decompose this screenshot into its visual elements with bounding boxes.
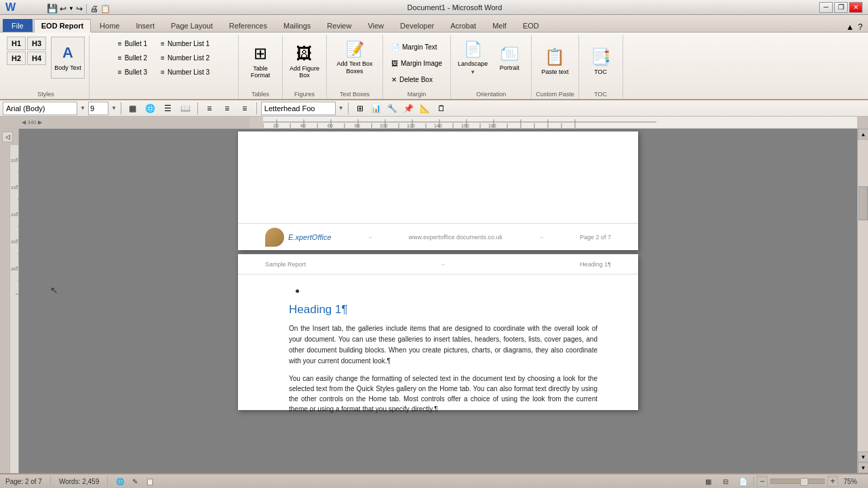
custompaste-label: Custom Paste [536, 91, 574, 98]
tab-view[interactable]: View [360, 19, 391, 32]
styles-label: Styles [37, 91, 54, 98]
tab-developer[interactable]: Developer [393, 19, 441, 32]
collapse-panel-btn[interactable]: ◁ [2, 131, 13, 142]
add-text-box-btn[interactable]: 📝 Add Text BoxBoxes [331, 37, 378, 79]
icon2[interactable]: 📊 [369, 102, 384, 115]
reading-icon[interactable]: 📖 [178, 102, 193, 115]
landscape-arrow[interactable]: ▼ [470, 69, 475, 75]
ruler-tab-marker[interactable] [250, 117, 263, 128]
bullet3-btn[interactable]: ≡ Bullet 3 [114, 65, 151, 79]
print-layout-icon[interactable]: ▦ [125, 102, 140, 115]
font-name-input[interactable] [3, 102, 77, 115]
tab-melf[interactable]: Melf [485, 19, 514, 32]
textboxes-label: Text Boxes [340, 91, 370, 98]
print-icon[interactable]: 📋 [100, 4, 111, 14]
margin-image-btn[interactable]: 🖼 Margin Image [387, 56, 446, 70]
tab-mailings[interactable]: Mailings [276, 19, 318, 32]
zoom-slider-thumb[interactable] [800, 478, 808, 486]
tab-page-layout[interactable]: Page Layout [163, 19, 220, 32]
body-text-btn[interactable]: A Body Text [51, 37, 85, 79]
toc-label: TOC [594, 68, 607, 75]
h4-style-btn[interactable]: H4 [27, 52, 46, 65]
h3-style-btn[interactable]: H3 [27, 37, 46, 50]
icon6[interactable]: 🗒 [434, 102, 449, 115]
ruler: ◀ 340 ▶ [0, 117, 868, 129]
align-right-icon[interactable]: ≡ [237, 102, 252, 115]
font-size-arrow[interactable]: ▼ [111, 105, 117, 111]
undo-dropdown-icon[interactable]: ▼ [68, 5, 74, 12]
delete-box-btn[interactable]: ✕ Delete Box [387, 72, 437, 87]
undo-icon[interactable]: ↩ [60, 4, 66, 14]
tab-home[interactable]: Home [92, 19, 127, 32]
toolbar-sep [86, 4, 87, 14]
ribbon-group-lists: ≡ Bullet 1 ≡ Bullet 2 ≡ Bullet 3 ≡ Numbe… [90, 35, 239, 99]
align-center-icon[interactable]: ≡ [220, 102, 235, 115]
icon5[interactable]: 📐 [418, 102, 433, 115]
svg-text:80: 80 [355, 123, 360, 128]
words-indicator[interactable]: Words: 2,459 [59, 478, 99, 485]
zoom-out-btn[interactable]: − [757, 476, 768, 487]
scroll-bottom-btn[interactable]: ▼ [858, 462, 868, 473]
style-arrow[interactable]: ▼ [338, 105, 344, 111]
save-icon[interactable]: 💾 [47, 3, 58, 14]
scroll-up-btn[interactable]: ▲ [858, 129, 868, 140]
vertical-ruler: 220 230 240 250 260 [9, 145, 19, 473]
restore-btn[interactable]: ❐ [834, 2, 848, 13]
page2-content[interactable]: Heading 1¶ On the Insert tab, the galler… [238, 274, 638, 428]
tab-references[interactable]: References [222, 19, 275, 32]
view-btn-3[interactable]: 📄 [736, 474, 751, 488]
ribbon-group-orientation: 📄 Landscape ▼ 📄 Portrait Orientation [451, 35, 532, 99]
toc-btn[interactable]: 📑 TOC [583, 37, 618, 85]
h1-style-btn[interactable]: H1 [7, 37, 26, 50]
scroll-track[interactable] [858, 140, 868, 451]
zoom-slider[interactable] [770, 479, 825, 484]
font-size-input[interactable] [88, 102, 108, 115]
tab-eod-report[interactable]: EOD Report [34, 19, 91, 33]
icon3[interactable]: 🔧 [385, 102, 400, 115]
redo-icon[interactable]: ↪ [76, 4, 83, 14]
ribbon-collapse-icon[interactable]: ▲ [846, 22, 854, 32]
zoom-in-btn[interactable]: + [827, 476, 838, 487]
font-name-arrow[interactable]: ▼ [80, 105, 85, 111]
view-btn-1[interactable]: ▦ [701, 474, 715, 488]
margin-label: Margin [408, 91, 427, 98]
landscape-btn[interactable]: 📄 Landscape ▼ [455, 37, 490, 79]
margin-text-btn[interactable]: 📄 Margin Text [387, 39, 441, 54]
number2-btn[interactable]: ≡ Number List 2 [157, 51, 214, 64]
print-preview-icon[interactable]: 🖨 [90, 4, 98, 14]
align-left-icon[interactable]: ≡ [202, 102, 217, 115]
toolbar-separator-1 [121, 102, 121, 115]
orientation-content: 📄 Landscape ▼ 📄 Portrait [455, 37, 527, 89]
minimize-btn[interactable]: ─ [819, 2, 833, 13]
number3-btn[interactable]: ≡ Number List 3 [157, 65, 214, 79]
web-layout-icon[interactable]: 🌐 [143, 102, 158, 115]
tab-review[interactable]: Review [319, 19, 359, 32]
tab-file[interactable]: File [3, 19, 33, 32]
ribbon-group-figures: 🖼 Add Figure Box Figures [283, 35, 327, 99]
view-btn-2[interactable]: ⊟ [718, 474, 733, 488]
number1-btn[interactable]: ≡ Number List 1 [157, 37, 214, 50]
outline-icon[interactable]: ☰ [161, 102, 176, 115]
lists-content: ≡ Bullet 1 ≡ Bullet 2 ≡ Bullet 3 ≡ Numbe… [114, 37, 214, 96]
ruler-content[interactable]: 20 40 60 80 100 120 140 160 180 [250, 117, 857, 128]
tab-eod[interactable]: EOD [515, 19, 547, 32]
help-icon[interactable]: ? [858, 22, 863, 32]
add-figure-box-btn[interactable]: 🖼 Add Figure Box [287, 37, 322, 85]
table-format-btn[interactable]: ⊞ Table Format [243, 37, 278, 85]
bullet2-btn[interactable]: ≡ Bullet 2 [114, 51, 151, 64]
zoom-controls: ▦ ⊟ 📄 − + 75% [701, 474, 863, 488]
h2-style-btn[interactable]: H2 [7, 52, 26, 65]
style-input[interactable] [261, 102, 336, 115]
tab-acrobat[interactable]: Acrobat [443, 19, 484, 32]
page-indicator[interactable]: Page: 2 of 7 [5, 478, 42, 485]
bullet1-btn[interactable]: ≡ Bullet 1 [114, 37, 151, 50]
scroll-thumb[interactable] [859, 186, 868, 220]
scroll-down-btn[interactable]: ▼ [858, 451, 868, 462]
svg-text:160: 160 [461, 123, 469, 128]
paste-text-btn[interactable]: 📋 Paste text [537, 37, 572, 85]
icon1[interactable]: ⊞ [353, 102, 368, 115]
icon4[interactable]: 📌 [401, 102, 416, 115]
portrait-btn[interactable]: 📄 Portrait [492, 37, 527, 79]
close-btn[interactable]: ✕ [849, 2, 863, 13]
tab-insert[interactable]: Insert [128, 19, 162, 32]
